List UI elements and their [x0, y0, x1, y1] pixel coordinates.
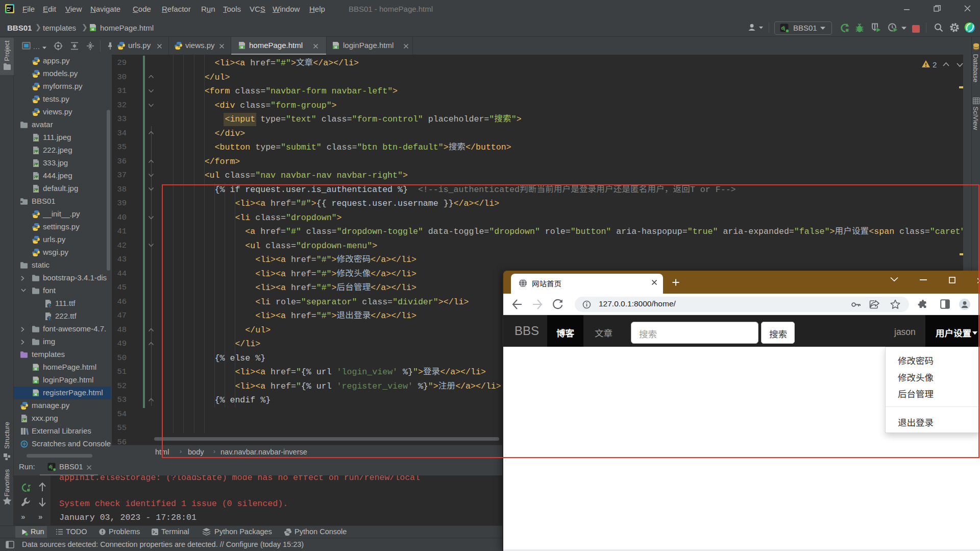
- svg-text:H: H: [91, 28, 94, 31]
- svg-text:H: H: [334, 45, 337, 49]
- svg-text:2: 2: [933, 60, 937, 69]
- svg-text:H: H: [240, 45, 243, 49]
- svg-text:dj: dj: [48, 465, 52, 469]
- svg-text:PC: PC: [7, 6, 12, 10]
- svg-text:dj: dj: [781, 26, 786, 31]
